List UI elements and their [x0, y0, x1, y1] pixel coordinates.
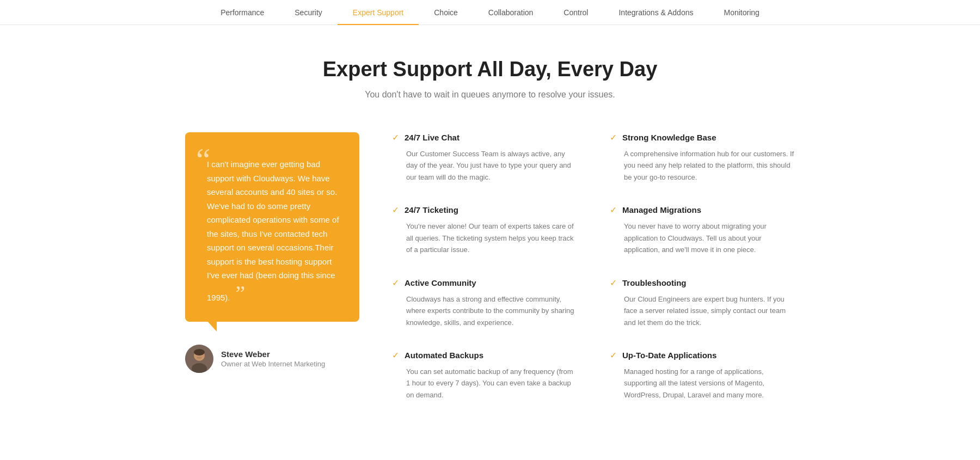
quote-box: “ I can't imagine ever getting bad suppo…: [185, 132, 359, 322]
feature-title: 24/7 Live Chat: [405, 133, 460, 142]
quote-close-mark: ”: [230, 281, 246, 305]
feature-title: Automated Backups: [405, 351, 483, 360]
page-title: Expert Support All Day, Every Day: [185, 58, 795, 81]
content-row: “ I can't imagine ever getting bad suppo…: [185, 132, 795, 401]
nav-item-collaboration[interactable]: Collaboration: [473, 0, 549, 25]
check-icon: ✓: [392, 132, 399, 143]
nav-item-control[interactable]: Control: [548, 0, 603, 25]
feature-title: Up-To-Date Applications: [622, 351, 716, 360]
feature-desc: A comprehensive information hub for our …: [610, 148, 795, 183]
feature-item: ✓ Active Community Cloudways has a stron…: [392, 278, 577, 328]
feature-desc: Our Customer Success Team is always acti…: [392, 148, 577, 183]
feature-item: ✓ 24/7 Live Chat Our Customer Success Te…: [392, 132, 577, 183]
author-job-title: Owner at Web Internet Marketing: [221, 360, 325, 368]
check-icon: ✓: [610, 350, 617, 360]
author-info: Steve Weber Owner at Web Internet Market…: [221, 349, 325, 368]
main-nav: PerformanceSecurityExpert SupportChoiceC…: [0, 0, 980, 25]
nav-item-choice[interactable]: Choice: [419, 0, 473, 25]
feature-desc: Managed hosting for a range of applicati…: [610, 366, 795, 401]
feature-header: ✓ Strong Knowledge Base: [610, 132, 795, 143]
check-icon: ✓: [610, 205, 617, 215]
feature-title: Strong Knowledge Base: [622, 133, 716, 142]
nav-item-expert-support[interactable]: Expert Support: [338, 0, 419, 25]
nav-item-integrations[interactable]: Integrations & Addons: [603, 0, 708, 25]
feature-item: ✓ Strong Knowledge Base A comprehensive …: [610, 132, 795, 183]
feature-header: ✓ Troubleshooting: [610, 278, 795, 288]
nav-item-security[interactable]: Security: [279, 0, 338, 25]
feature-header: ✓ 24/7 Ticketing: [392, 205, 577, 215]
feature-title: Active Community: [405, 278, 476, 287]
features-grid: ✓ 24/7 Live Chat Our Customer Success Te…: [392, 132, 795, 401]
check-icon: ✓: [610, 278, 617, 288]
hero-section: Expert Support All Day, Every Day You do…: [185, 58, 795, 100]
page-subtitle: You don't have to wait in queues anymore…: [185, 90, 795, 100]
author-name: Steve Weber: [221, 349, 325, 359]
nav-item-monitoring[interactable]: Monitoring: [708, 0, 774, 25]
svg-point-3: [194, 349, 205, 355]
nav-item-performance[interactable]: Performance: [205, 0, 279, 25]
check-icon: ✓: [610, 132, 617, 143]
feature-item: ✓ Managed Migrations You never have to w…: [610, 205, 795, 255]
feature-header: ✓ Managed Migrations: [610, 205, 795, 215]
feature-header: ✓ Automated Backups: [392, 350, 577, 360]
feature-title: Troubleshooting: [622, 278, 687, 287]
feature-item: ✓ 24/7 Ticketing You're never alone! Our…: [392, 205, 577, 255]
feature-item: ✓ Troubleshooting Our Cloud Engineers ar…: [610, 278, 795, 328]
author-row: Steve Weber Owner at Web Internet Market…: [185, 345, 359, 373]
feature-desc: You never have to worry about migrating …: [610, 220, 795, 255]
quote-text: I can't imagine ever getting bad support…: [207, 157, 342, 304]
feature-header: ✓ Active Community: [392, 278, 577, 288]
feature-title: 24/7 Ticketing: [405, 205, 458, 214]
feature-desc: Cloudways has a strong and effective com…: [392, 293, 577, 328]
feature-desc: You're never alone! Our team of experts …: [392, 220, 577, 255]
feature-header: ✓ 24/7 Live Chat: [392, 132, 577, 143]
feature-header: ✓ Up-To-Date Applications: [610, 350, 795, 360]
avatar: [185, 345, 213, 373]
quote-body: I can't imagine ever getting bad support…: [207, 160, 339, 302]
feature-item: ✓ Automated Backups You can set automati…: [392, 350, 577, 401]
svg-point-4: [197, 357, 202, 359]
quote-section: “ I can't imagine ever getting bad suppo…: [185, 132, 359, 373]
check-icon: ✓: [392, 205, 399, 215]
feature-desc: Our Cloud Engineers are expert bug hunte…: [610, 293, 795, 328]
check-icon: ✓: [392, 350, 399, 360]
avatar-image: [185, 345, 213, 373]
quote-open-mark: “: [196, 143, 211, 176]
feature-title: Managed Migrations: [622, 205, 701, 214]
feature-desc: You can set automatic backup of any freq…: [392, 366, 577, 401]
main-content: Expert Support All Day, Every Day You do…: [163, 25, 817, 444]
feature-item: ✓ Up-To-Date Applications Managed hostin…: [610, 350, 795, 401]
check-icon: ✓: [392, 278, 399, 288]
